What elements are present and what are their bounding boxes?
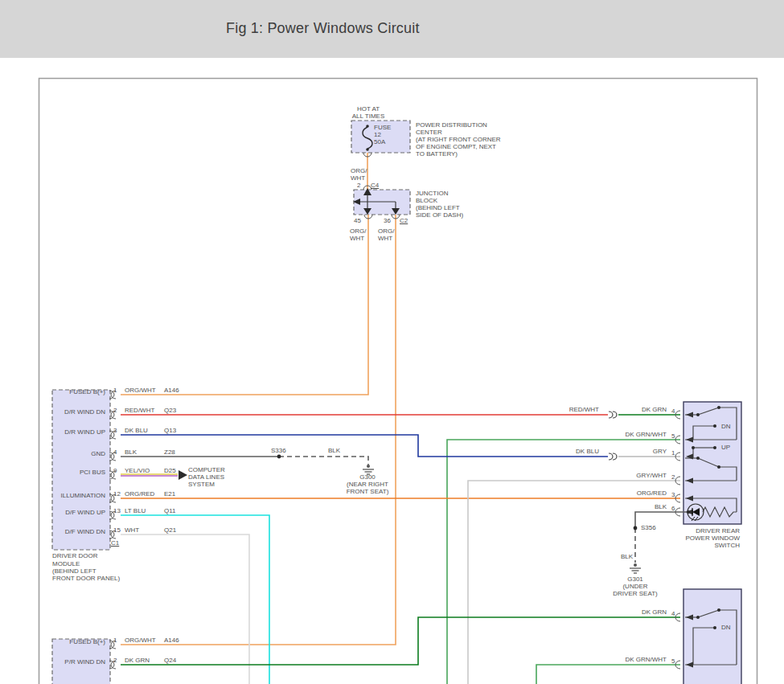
wire-dkblu-label: DK BLU (576, 448, 599, 455)
pdc-caption-2: CENTER (416, 129, 442, 136)
sw1-pin4-num: 4 (671, 408, 675, 415)
wire-redwht-label: RED/WHT (569, 406, 599, 413)
splice-s336 (277, 455, 281, 459)
ddm-dr-wind-up: D/R WIND UP (64, 428, 105, 436)
prm-pin2-num: 2 (113, 657, 117, 664)
sw1-dn-contact (713, 424, 716, 428)
jb-pin45-num: 45 (354, 217, 361, 224)
ddm-pin12-num: 12 (113, 490, 121, 498)
ddm-pin9-num: 9 (113, 467, 117, 474)
hot-at-line1: HOT AT (357, 105, 380, 113)
ddm-df-wind-up: D/F WIND UP (65, 509, 105, 516)
sw2-dn-label: DN (721, 624, 731, 631)
sw1-up-contact (713, 446, 716, 449)
circuit-q13: Q13 (164, 427, 176, 434)
pdc-caption-4: OF ENGINE COMPT, NEXT (416, 143, 496, 150)
pdc-caption-3: (AT RIGHT FRONT CORNER (416, 136, 501, 143)
jb-pin36-num: 36 (384, 217, 391, 224)
ddm-caption-3: (BEHIND LEFT (52, 567, 96, 575)
sw1-contact (692, 446, 695, 449)
sw1-pin5-num: 5 (671, 432, 675, 440)
sw1-pin2-num: 2 (671, 473, 675, 481)
wire-orgwht-36-1: ORG/ (378, 227, 394, 235)
splice-s356 (634, 526, 638, 530)
ddm-pin4-num: 4 (113, 448, 117, 456)
ddm-pin2-num: 2 (113, 407, 117, 414)
circuit-q21: Q21 (164, 526, 176, 534)
wire-gry-label: GRY (653, 448, 667, 455)
computer-data-3: SYSTEM (188, 481, 215, 488)
wire-blk-z28: BLK (125, 448, 137, 456)
sw1-contact (696, 413, 700, 416)
wire-ltblu-q11: LT BLU (125, 507, 146, 514)
second-rear-switch-box (683, 589, 741, 684)
wire-blk2-label: BLK (621, 553, 633, 560)
ddm-illumination: ILLUMINATION (61, 492, 105, 499)
ddm-caption-1: DRIVER DOOR (52, 552, 97, 559)
wire-dkgrnwht2-label: DK GRN/WHT (625, 656, 667, 663)
sw2-contact (696, 616, 700, 619)
ddm-gnd: GND (91, 450, 105, 457)
splice-s336-label: S336 (271, 447, 286, 454)
prm-pin1-num: 1 (113, 637, 117, 644)
ground-g300-loc-2: FRONT SEAT) (347, 488, 389, 495)
ddm-connector-c1: C1 (111, 539, 119, 547)
circuit-q23: Q23 (164, 407, 176, 414)
wire-dkgrn-q24: DK GRN (125, 657, 150, 664)
fuse-rating: 50A (374, 138, 385, 145)
pdc-caption-5: TO BATTERY) (416, 150, 458, 158)
jb-caption-2: BLOCK (416, 197, 437, 204)
circuit-e21: E21 (164, 490, 175, 498)
ground-g301-loc-1: (UNDER (622, 583, 647, 590)
sw1-pin1-num: 1 (671, 449, 675, 457)
wire-dkgrnwht-label: DK GRN/WHT (625, 431, 667, 438)
wire-blk-dash-label: BLK (328, 447, 340, 454)
sw1-contact (696, 457, 700, 460)
circuit-z28: Z28 (164, 448, 175, 456)
computer-data-2: DATA LINES (188, 473, 224, 481)
driver-rear-switch-box (683, 402, 741, 524)
wire-orgred-e21: ORG/RED (125, 490, 154, 498)
circuit-d25: D25 (164, 467, 176, 474)
wire-grywht-label: GRY/WHT (636, 472, 667, 479)
circuit-q24: Q24 (164, 657, 176, 664)
prm-pr-wind-dn: P/R WIND DN (64, 658, 105, 666)
fuse-number: 12 (374, 131, 381, 138)
ddm-pci-bus: PCI BUS (80, 469, 105, 476)
ddm-caption-2: MODULE (52, 560, 80, 567)
jb-caption-3: (BEHIND LEFT (416, 204, 460, 211)
sw1-caption-2: POWER WINDOW (685, 535, 740, 542)
sw1-dn-label: DN (721, 423, 731, 430)
ddm-fused-b: FUSED B(+) (69, 388, 105, 395)
wire-orgwht-a146-2: ORG/WHT (125, 637, 156, 644)
wire-orgwht-feed-2: WHT (351, 174, 365, 182)
wire-orgwht-feed-1: ORG/ (351, 167, 367, 174)
jb-caption-1: JUNCTION (416, 190, 448, 197)
pdc-caption-1: POWER DISTRIBUTION (416, 121, 487, 129)
ddm-caption-4: FRONT DOOR PANEL) (52, 575, 120, 582)
jb-pin2-num: 2 (357, 182, 360, 189)
ddm-pin3-num: 3 (113, 427, 117, 434)
wire-orgwht-a146: ORG/WHT (125, 387, 156, 394)
ground-g300-icon (367, 465, 370, 468)
circuit-a146-2: A146 (164, 637, 179, 644)
wire-wht-q21: WHT (125, 526, 139, 534)
sw2-pin5-num: 5 (671, 657, 675, 665)
wire-orgred-label: ORG/RED (637, 489, 667, 497)
ground-g300-loc-1: (NEAR RIGHT (347, 481, 388, 488)
hot-at-line2: ALL TIMES (352, 113, 384, 120)
wire-blk-label: BLK (655, 503, 667, 510)
sw1-lamp-node (687, 510, 690, 514)
sw1-contact (717, 406, 720, 409)
ground-g301-loc-2: DRIVER SEAT) (613, 590, 657, 597)
jb-caption-4: SIDE OF DASH) (416, 211, 463, 219)
fuse-name: FUSE (374, 124, 391, 131)
wire-orgwht-45-2: WHT (350, 235, 364, 242)
wire-orgwht-45-1: ORG/ (350, 227, 366, 235)
wire-dkblu-q13: DK BLU (125, 427, 148, 434)
computer-data-1: COMPUTER (188, 466, 225, 473)
circuit-a146: A146 (164, 387, 179, 394)
wire-dkgrn2-label: DK GRN (642, 608, 667, 616)
sw1-pin6-num: 6 (671, 505, 675, 512)
ground-g301-label: G301 (627, 575, 643, 583)
